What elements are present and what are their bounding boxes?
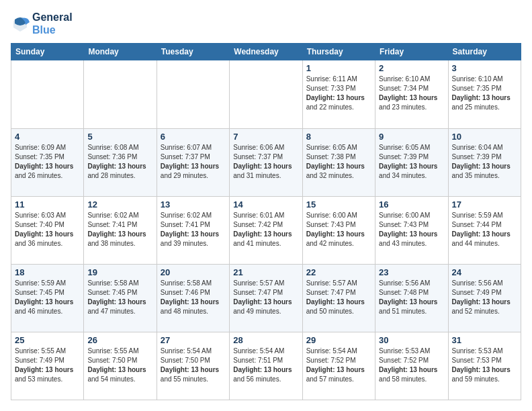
- cell-info: Sunrise: 6:06 AMSunset: 7:37 PMDaylight:…: [233, 143, 298, 181]
- calendar-cell: [230, 60, 302, 128]
- calendar-cell: 5Sunrise: 6:08 AMSunset: 7:36 PMDaylight…: [84, 128, 157, 196]
- cell-info: Sunrise: 6:01 AMSunset: 7:42 PMDaylight:…: [233, 211, 298, 248]
- calendar-cell: 6Sunrise: 6:07 AMSunset: 7:37 PMDaylight…: [157, 128, 229, 196]
- cell-date: 21: [233, 267, 298, 277]
- cell-date: 2: [379, 63, 444, 73]
- cell-info: Sunrise: 5:56 AMSunset: 7:49 PMDaylight:…: [452, 279, 517, 316]
- calendar-cell: 11Sunrise: 6:03 AMSunset: 7:40 PMDayligh…: [11, 196, 84, 264]
- logo-text: General Blue: [32, 11, 73, 36]
- cell-date: 11: [15, 199, 80, 210]
- cell-date: 22: [306, 267, 371, 277]
- cell-info: Sunrise: 5:58 AMSunset: 7:46 PMDaylight:…: [161, 279, 226, 316]
- calendar-cell: 14Sunrise: 6:01 AMSunset: 7:42 PMDayligh…: [230, 196, 302, 264]
- cell-info: Sunrise: 6:03 AMSunset: 7:40 PMDaylight:…: [15, 211, 80, 248]
- cell-date: 17: [452, 199, 517, 210]
- cell-info: Sunrise: 6:00 AMSunset: 7:43 PMDaylight:…: [379, 211, 444, 248]
- calendar-cell: 10Sunrise: 6:04 AMSunset: 7:39 PMDayligh…: [448, 128, 521, 196]
- logo: General Blue: [11, 11, 73, 36]
- cell-date: 9: [379, 132, 444, 142]
- cell-info: Sunrise: 6:05 AMSunset: 7:39 PMDaylight:…: [379, 143, 444, 181]
- weekday-header: Sunday: [11, 44, 84, 60]
- cell-info: Sunrise: 5:59 AMSunset: 7:45 PMDaylight:…: [15, 279, 80, 316]
- cell-info: Sunrise: 5:56 AMSunset: 7:48 PMDaylight:…: [379, 279, 444, 316]
- calendar-cell: 2Sunrise: 6:10 AMSunset: 7:34 PMDaylight…: [375, 60, 448, 128]
- cell-info: Sunrise: 5:53 AMSunset: 7:52 PMDaylight:…: [379, 347, 444, 384]
- calendar-week-row: 18Sunrise: 5:59 AMSunset: 7:45 PMDayligh…: [11, 264, 521, 332]
- cell-info: Sunrise: 5:57 AMSunset: 7:47 PMDaylight:…: [233, 279, 298, 316]
- calendar-cell: 16Sunrise: 6:00 AMSunset: 7:43 PMDayligh…: [375, 196, 448, 264]
- calendar-cell: 4Sunrise: 6:09 AMSunset: 7:35 PMDaylight…: [11, 128, 84, 196]
- calendar-cell: 8Sunrise: 6:05 AMSunset: 7:38 PMDaylight…: [302, 128, 375, 196]
- cell-date: 10: [452, 132, 517, 142]
- calendar-cell: 30Sunrise: 5:53 AMSunset: 7:52 PMDayligh…: [375, 332, 448, 400]
- calendar-cell: 13Sunrise: 6:02 AMSunset: 7:41 PMDayligh…: [157, 196, 229, 264]
- calendar-cell: 12Sunrise: 6:02 AMSunset: 7:41 PMDayligh…: [84, 196, 157, 264]
- calendar-cell: 18Sunrise: 5:59 AMSunset: 7:45 PMDayligh…: [11, 264, 84, 332]
- cell-date: 29: [306, 335, 371, 345]
- calendar-cell: [157, 60, 229, 128]
- calendar-header-row: SundayMondayTuesdayWednesdayThursdayFrid…: [11, 44, 521, 60]
- cell-date: 26: [87, 335, 152, 345]
- calendar-cell: 9Sunrise: 6:05 AMSunset: 7:39 PMDaylight…: [375, 128, 448, 196]
- calendar-cell: 17Sunrise: 5:59 AMSunset: 7:44 PMDayligh…: [448, 196, 521, 264]
- cell-date: 28: [233, 335, 298, 345]
- cell-info: Sunrise: 5:54 AMSunset: 7:52 PMDaylight:…: [306, 347, 371, 384]
- weekday-header: Tuesday: [157, 44, 229, 60]
- cell-info: Sunrise: 6:09 AMSunset: 7:35 PMDaylight:…: [15, 143, 80, 181]
- cell-info: Sunrise: 6:11 AMSunset: 7:33 PMDaylight:…: [306, 75, 371, 112]
- cell-date: 23: [379, 267, 444, 277]
- cell-info: Sunrise: 5:58 AMSunset: 7:45 PMDaylight:…: [87, 279, 152, 316]
- calendar-cell: 24Sunrise: 5:56 AMSunset: 7:49 PMDayligh…: [448, 264, 521, 332]
- cell-date: 8: [306, 132, 371, 142]
- calendar-cell: 20Sunrise: 5:58 AMSunset: 7:46 PMDayligh…: [157, 264, 229, 332]
- cell-date: 25: [15, 335, 80, 345]
- cell-info: Sunrise: 5:59 AMSunset: 7:44 PMDaylight:…: [452, 211, 517, 248]
- calendar-week-row: 11Sunrise: 6:03 AMSunset: 7:40 PMDayligh…: [11, 196, 521, 264]
- cell-info: Sunrise: 6:04 AMSunset: 7:39 PMDaylight:…: [452, 143, 517, 181]
- calendar-cell: 19Sunrise: 5:58 AMSunset: 7:45 PMDayligh…: [84, 264, 157, 332]
- calendar-cell: 27Sunrise: 5:54 AMSunset: 7:50 PMDayligh…: [157, 332, 229, 400]
- cell-date: 31: [452, 335, 517, 345]
- calendar-table: SundayMondayTuesdayWednesdayThursdayFrid…: [11, 43, 521, 400]
- calendar-cell: 1Sunrise: 6:11 AMSunset: 7:33 PMDaylight…: [302, 60, 375, 128]
- cell-date: 24: [452, 267, 517, 277]
- cell-date: 7: [233, 132, 298, 142]
- calendar-cell: 31Sunrise: 5:53 AMSunset: 7:53 PMDayligh…: [448, 332, 521, 400]
- cell-date: 27: [161, 335, 226, 345]
- cell-info: Sunrise: 5:55 AMSunset: 7:49 PMDaylight:…: [15, 347, 80, 384]
- logo-icon: [11, 14, 30, 33]
- calendar-cell: 26Sunrise: 5:55 AMSunset: 7:50 PMDayligh…: [84, 332, 157, 400]
- cell-date: 4: [15, 132, 80, 142]
- cell-info: Sunrise: 5:53 AMSunset: 7:53 PMDaylight:…: [452, 347, 517, 384]
- cell-date: 20: [161, 267, 226, 277]
- cell-info: Sunrise: 6:05 AMSunset: 7:38 PMDaylight:…: [306, 143, 371, 181]
- cell-info: Sunrise: 5:54 AMSunset: 7:51 PMDaylight:…: [233, 347, 298, 384]
- weekday-header: Monday: [84, 44, 157, 60]
- header: General Blue: [11, 11, 521, 36]
- cell-info: Sunrise: 6:00 AMSunset: 7:43 PMDaylight:…: [306, 211, 371, 248]
- calendar-cell: 15Sunrise: 6:00 AMSunset: 7:43 PMDayligh…: [302, 196, 375, 264]
- calendar-cell: 23Sunrise: 5:56 AMSunset: 7:48 PMDayligh…: [375, 264, 448, 332]
- cell-date: 30: [379, 335, 444, 345]
- calendar-cell: 25Sunrise: 5:55 AMSunset: 7:49 PMDayligh…: [11, 332, 84, 400]
- calendar-cell: 22Sunrise: 5:57 AMSunset: 7:47 PMDayligh…: [302, 264, 375, 332]
- cell-info: Sunrise: 5:54 AMSunset: 7:50 PMDaylight:…: [161, 347, 226, 384]
- cell-info: Sunrise: 5:55 AMSunset: 7:50 PMDaylight:…: [87, 347, 152, 384]
- cell-date: 16: [379, 199, 444, 210]
- calendar-week-row: 25Sunrise: 5:55 AMSunset: 7:49 PMDayligh…: [11, 332, 521, 400]
- weekday-header: Friday: [375, 44, 448, 60]
- cell-date: 1: [306, 63, 371, 73]
- cell-date: 6: [161, 132, 226, 142]
- cell-info: Sunrise: 6:08 AMSunset: 7:36 PMDaylight:…: [87, 143, 152, 181]
- page: General Blue SundayMondayTuesdayWednesda…: [0, 0, 532, 411]
- cell-info: Sunrise: 6:02 AMSunset: 7:41 PMDaylight:…: [87, 211, 152, 248]
- cell-date: 15: [306, 199, 371, 210]
- cell-date: 12: [87, 199, 152, 210]
- calendar-cell: 28Sunrise: 5:54 AMSunset: 7:51 PMDayligh…: [230, 332, 302, 400]
- calendar-cell: [11, 60, 84, 128]
- cell-info: Sunrise: 5:57 AMSunset: 7:47 PMDaylight:…: [306, 279, 371, 316]
- weekday-header: Thursday: [302, 44, 375, 60]
- calendar-cell: [84, 60, 157, 128]
- cell-date: 14: [233, 199, 298, 210]
- cell-info: Sunrise: 6:07 AMSunset: 7:37 PMDaylight:…: [161, 143, 226, 181]
